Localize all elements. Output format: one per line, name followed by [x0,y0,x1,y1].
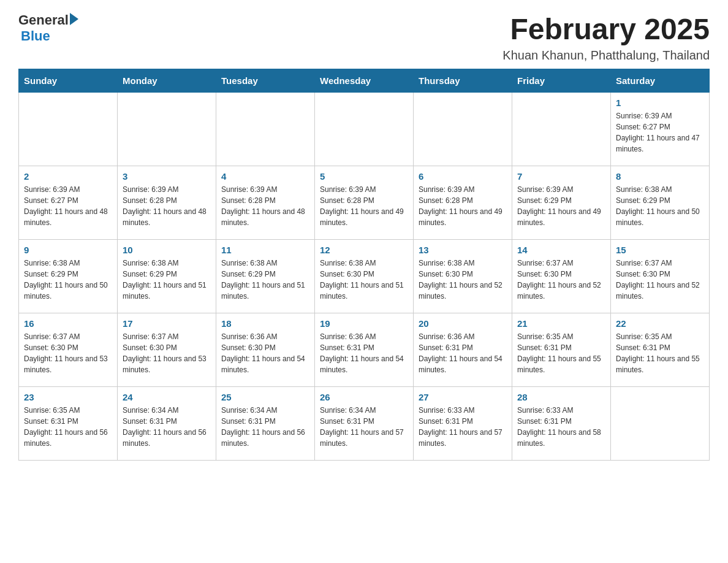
calendar-cell: 8Sunrise: 6:38 AMSunset: 6:29 PMDaylight… [611,166,710,240]
calendar-cell [512,93,611,166]
calendar-cell: 4Sunrise: 6:39 AMSunset: 6:28 PMDaylight… [216,166,315,240]
day-info: Sunrise: 6:33 AMSunset: 6:31 PMDaylight:… [419,405,507,449]
logo-arrow-icon [70,13,78,25]
calendar-cell: 26Sunrise: 6:34 AMSunset: 6:31 PMDayligh… [315,387,414,461]
header-wednesday: Wednesday [315,69,414,93]
day-number: 9 [24,245,112,255]
day-info: Sunrise: 6:35 AMSunset: 6:31 PMDaylight:… [24,405,112,449]
day-info: Sunrise: 6:35 AMSunset: 6:31 PMDaylight:… [616,331,704,375]
calendar-cell: 28Sunrise: 6:33 AMSunset: 6:31 PMDayligh… [512,387,611,461]
calendar-cell: 23Sunrise: 6:35 AMSunset: 6:31 PMDayligh… [19,387,118,461]
day-number: 13 [419,245,507,255]
day-info: Sunrise: 6:39 AMSunset: 6:28 PMDaylight:… [419,184,507,228]
calendar-cell: 3Sunrise: 6:39 AMSunset: 6:28 PMDaylight… [118,166,216,240]
calendar-cell: 9Sunrise: 6:38 AMSunset: 6:29 PMDaylight… [19,240,118,313]
calendar-cell: 6Sunrise: 6:39 AMSunset: 6:28 PMDaylight… [414,166,512,240]
location-subtitle: Khuan Khanun, Phatthalung, Thailand [502,48,710,63]
day-info: Sunrise: 6:37 AMSunset: 6:30 PMDaylight:… [517,258,605,302]
calendar-cell: 13Sunrise: 6:38 AMSunset: 6:30 PMDayligh… [414,240,512,313]
day-info: Sunrise: 6:36 AMSunset: 6:30 PMDaylight:… [221,331,309,375]
day-info: Sunrise: 6:39 AMSunset: 6:27 PMDaylight:… [24,184,112,228]
day-info: Sunrise: 6:39 AMSunset: 6:28 PMDaylight:… [221,184,309,228]
calendar-cell: 12Sunrise: 6:38 AMSunset: 6:30 PMDayligh… [315,240,414,313]
calendar-cell: 20Sunrise: 6:36 AMSunset: 6:31 PMDayligh… [414,313,512,387]
week-row-4: 16Sunrise: 6:37 AMSunset: 6:30 PMDayligh… [19,313,710,387]
day-info: Sunrise: 6:36 AMSunset: 6:31 PMDaylight:… [320,331,408,375]
month-year-title: February 2025 [502,12,710,46]
day-number: 16 [24,318,112,329]
calendar-cell [315,93,414,166]
day-info: Sunrise: 6:39 AMSunset: 6:28 PMDaylight:… [123,184,211,228]
calendar-cell: 10Sunrise: 6:38 AMSunset: 6:29 PMDayligh… [118,240,216,313]
day-number: 4 [221,171,309,182]
day-number: 21 [517,318,605,329]
calendar-cell: 24Sunrise: 6:34 AMSunset: 6:31 PMDayligh… [118,387,216,461]
calendar-cell: 5Sunrise: 6:39 AMSunset: 6:28 PMDaylight… [315,166,414,240]
day-number: 18 [221,318,309,329]
day-info: Sunrise: 6:37 AMSunset: 6:30 PMDaylight:… [616,258,704,302]
day-info: Sunrise: 6:37 AMSunset: 6:30 PMDaylight:… [24,331,112,375]
day-number: 7 [517,171,605,182]
day-number: 5 [320,171,408,182]
day-info: Sunrise: 6:35 AMSunset: 6:31 PMDaylight:… [517,331,605,375]
calendar-cell: 15Sunrise: 6:37 AMSunset: 6:30 PMDayligh… [611,240,710,313]
calendar-cell: 2Sunrise: 6:39 AMSunset: 6:27 PMDaylight… [19,166,118,240]
page-header: General Blue February 2025 Khuan Khanun,… [18,12,710,63]
day-info: Sunrise: 6:33 AMSunset: 6:31 PMDaylight:… [517,405,605,449]
header-friday: Friday [512,69,611,93]
title-block: February 2025 Khuan Khanun, Phatthalung,… [502,12,710,63]
day-number: 25 [221,392,309,402]
header-row: SundayMondayTuesdayWednesdayThursdayFrid… [19,69,710,93]
day-info: Sunrise: 6:38 AMSunset: 6:30 PMDaylight:… [419,258,507,302]
calendar-cell: 16Sunrise: 6:37 AMSunset: 6:30 PMDayligh… [19,313,118,387]
calendar-cell: 19Sunrise: 6:36 AMSunset: 6:31 PMDayligh… [315,313,414,387]
calendar-cell: 7Sunrise: 6:39 AMSunset: 6:29 PMDaylight… [512,166,611,240]
week-row-3: 9Sunrise: 6:38 AMSunset: 6:29 PMDaylight… [19,240,710,313]
header-sunday: Sunday [19,69,118,93]
week-row-2: 2Sunrise: 6:39 AMSunset: 6:27 PMDaylight… [19,166,710,240]
calendar-cell [611,387,710,461]
day-number: 14 [517,245,605,255]
day-number: 3 [123,171,211,182]
day-number: 22 [616,318,704,329]
calendar-cell [216,93,315,166]
day-info: Sunrise: 6:39 AMSunset: 6:28 PMDaylight:… [320,184,408,228]
calendar-cell: 21Sunrise: 6:35 AMSunset: 6:31 PMDayligh… [512,313,611,387]
calendar-cell: 18Sunrise: 6:36 AMSunset: 6:30 PMDayligh… [216,313,315,387]
day-info: Sunrise: 6:36 AMSunset: 6:31 PMDaylight:… [419,331,507,375]
day-number: 28 [517,392,605,402]
day-number: 19 [320,318,408,329]
day-number: 11 [221,245,309,255]
calendar-cell: 25Sunrise: 6:34 AMSunset: 6:31 PMDayligh… [216,387,315,461]
header-saturday: Saturday [611,69,710,93]
day-number: 8 [616,171,704,182]
day-info: Sunrise: 6:37 AMSunset: 6:30 PMDaylight:… [123,331,211,375]
calendar-table: SundayMondayTuesdayWednesdayThursdayFrid… [18,69,710,461]
calendar-cell: 22Sunrise: 6:35 AMSunset: 6:31 PMDayligh… [611,313,710,387]
day-number: 26 [320,392,408,402]
day-number: 17 [123,318,211,329]
day-info: Sunrise: 6:38 AMSunset: 6:29 PMDaylight:… [221,258,309,302]
day-info: Sunrise: 6:38 AMSunset: 6:29 PMDaylight:… [123,258,211,302]
week-row-1: 1Sunrise: 6:39 AMSunset: 6:27 PMDaylight… [19,93,710,166]
day-number: 1 [616,98,704,108]
header-thursday: Thursday [414,69,512,93]
logo: General Blue [18,12,78,44]
day-number: 10 [123,245,211,255]
day-info: Sunrise: 6:39 AMSunset: 6:29 PMDaylight:… [517,184,605,228]
day-number: 15 [616,245,704,255]
day-info: Sunrise: 6:38 AMSunset: 6:29 PMDaylight:… [24,258,112,302]
day-number: 20 [419,318,507,329]
day-number: 24 [123,392,211,402]
calendar-header: SundayMondayTuesdayWednesdayThursdayFrid… [19,69,710,93]
header-tuesday: Tuesday [216,69,315,93]
calendar-cell: 17Sunrise: 6:37 AMSunset: 6:30 PMDayligh… [118,313,216,387]
calendar-cell: 1Sunrise: 6:39 AMSunset: 6:27 PMDaylight… [611,93,710,166]
calendar-cell: 14Sunrise: 6:37 AMSunset: 6:30 PMDayligh… [512,240,611,313]
header-monday: Monday [118,69,216,93]
logo-general-text: General [18,12,69,28]
week-row-5: 23Sunrise: 6:35 AMSunset: 6:31 PMDayligh… [19,387,710,461]
day-number: 27 [419,392,507,402]
day-number: 23 [24,392,112,402]
calendar-cell [19,93,118,166]
